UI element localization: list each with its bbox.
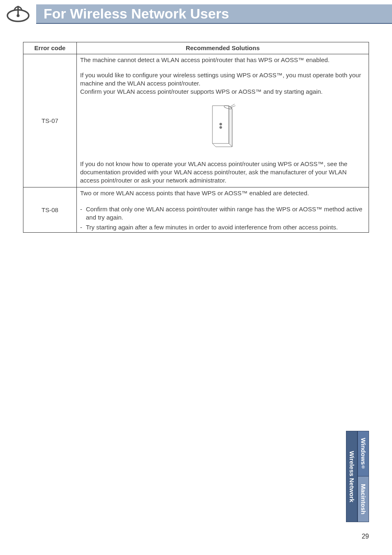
tab-windows: Windows® [357, 431, 369, 476]
content-area: Error code Recommended Solutions TS-07 T… [0, 25, 392, 233]
error-code-cell: TS-08 [23, 187, 77, 233]
error-table: Error code Recommended Solutions TS-07 T… [23, 42, 369, 233]
col-header-solutions: Recommended Solutions [77, 42, 369, 54]
side-tabs: Wireless Network Windows® Macintosh [346, 431, 369, 522]
svg-text:◎ ◎: ◎ ◎ [219, 123, 222, 129]
bullet-item: - Confirm that only one WLAN access poin… [80, 205, 365, 222]
solution-text: The machine cannot detect a WLAN access … [80, 56, 365, 64]
page-header: For Wireless Network Users [0, 3, 392, 25]
solution-text: If you would like to configure your wire… [80, 72, 361, 87]
bullet-text: Confirm that only one WLAN access point/… [86, 205, 365, 222]
table-row: TS-07 The machine cannot detect a WLAN a… [23, 54, 369, 187]
page-number: 29 [362, 533, 369, 540]
solution-text: Confirm your WLAN access point/router su… [80, 88, 323, 95]
svg-point-1 [17, 14, 20, 17]
router-illustration: ◎ ◎ [80, 102, 365, 153]
solution-text: Two or more WLAN access points that have… [80, 189, 365, 197]
bullet-text: Try starting again after a few minutes i… [86, 223, 365, 231]
tab-wireless-network: Wireless Network [346, 431, 357, 522]
wireless-icon [0, 3, 36, 25]
svg-line-4 [231, 106, 235, 107]
solution-cell: The machine cannot detect a WLAN access … [77, 54, 369, 187]
table-row: TS-08 Two or more WLAN access points tha… [23, 187, 369, 233]
page-title: For Wireless Network Users [36, 4, 392, 24]
bullet-item: - Try starting again after a few minutes… [80, 223, 365, 231]
solution-cell: Two or more WLAN access points that have… [77, 187, 369, 233]
solution-text: If you do not know how to operate your W… [80, 160, 365, 185]
tab-macintosh: Macintosh [357, 476, 369, 522]
error-code-cell: TS-07 [23, 54, 77, 187]
col-header-error: Error code [23, 42, 77, 54]
